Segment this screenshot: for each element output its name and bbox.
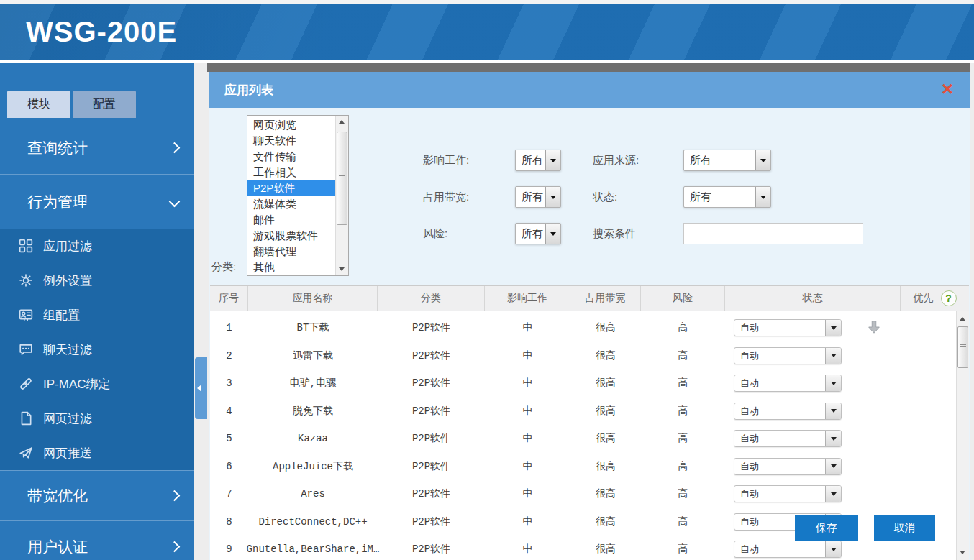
sidebar-group-bandwidth[interactable]: 带宽优化: [0, 470, 194, 520]
cell-category: P2P软件: [378, 432, 485, 445]
sidebar-collapse-handle[interactable]: [195, 357, 207, 419]
bandwidth-filter-label: 占用带宽:: [423, 186, 469, 208]
save-button[interactable]: 保存: [795, 515, 858, 541]
gear-icon: [19, 273, 35, 288]
select-value: 所有: [516, 150, 545, 170]
dropdown-arrow-icon: [825, 431, 841, 446]
scroll-down-button[interactable]: [957, 546, 968, 559]
help-icon[interactable]: ?: [941, 290, 957, 306]
category-option[interactable]: 网页浏览: [247, 117, 336, 133]
select-value: 自动: [734, 375, 825, 391]
group-label: 查询统计: [27, 138, 88, 158]
cell-impact: 中: [485, 515, 570, 528]
sidebar-item-chat-filter[interactable]: 聊天过滤: [0, 332, 194, 367]
app-grid-icon: [19, 239, 35, 253]
cell-app-name: 迅雷下载: [248, 349, 378, 362]
scroll-down-button[interactable]: [336, 263, 347, 275]
category-option[interactable]: 聊天软件: [247, 133, 336, 149]
dropdown-arrow-icon: [825, 320, 841, 336]
scroll-up-button[interactable]: [336, 116, 347, 128]
row-status-select[interactable]: 自动: [734, 541, 842, 558]
cell-status: 自动: [725, 430, 901, 448]
table-scrollbar[interactable]: [956, 311, 969, 560]
risk-filter-select[interactable]: 所有: [515, 223, 561, 244]
app-header: WSG-200E: [0, 4, 974, 60]
row-status-select[interactable]: 自动: [734, 375, 842, 392]
category-option[interactable]: 流媒体类: [247, 196, 336, 212]
scroll-up-button[interactable]: [957, 313, 968, 325]
category-option[interactable]: 其他: [247, 260, 336, 275]
sidebar-group-query-stats[interactable]: 查询统计: [0, 121, 194, 174]
sidebar-item-group-config[interactable]: 组配置: [0, 298, 194, 332]
cell-bandwidth: 很高: [570, 543, 641, 556]
tab-modules[interactable]: 模块: [7, 91, 70, 118]
sidebar-group-behavior-mgmt[interactable]: 行为管理: [0, 174, 194, 229]
col-header-name: 应用名称: [248, 286, 378, 311]
listbox-scrollbar[interactable]: [335, 116, 348, 275]
source-filter-label: 应用来源:: [593, 150, 639, 171]
category-label: 分类:: [211, 260, 236, 274]
cell-app-name: 电驴,电骡: [248, 377, 378, 390]
source-filter-select[interactable]: 所有: [683, 150, 771, 171]
row-status-select[interactable]: 自动: [734, 485, 842, 502]
cell-impact: 中: [485, 460, 570, 473]
sidebar-item-exceptions[interactable]: 例外设置: [0, 263, 194, 298]
category-listbox[interactable]: 网页浏览 聊天软件 文件传输 工作相关 P2P软件 流媒体类 邮件 游戏股票软件…: [247, 115, 349, 276]
search-input[interactable]: [683, 223, 863, 244]
cell-status: 自动: [725, 457, 901, 475]
sidebar-item-web-push[interactable]: 网页推送: [0, 436, 194, 470]
category-option[interactable]: 工作相关: [247, 165, 336, 180]
table-row: 5 Kazaa P2P软件 中 很高 高 自动: [210, 425, 969, 453]
sidebar-item-app-filter[interactable]: 应用过滤: [0, 229, 194, 263]
col-header-bandwidth: 占用带宽: [570, 286, 641, 311]
cell-app-name: AppleJuice下载: [248, 460, 378, 473]
status-filter-select[interactable]: 所有: [683, 186, 771, 208]
dropdown-arrow-icon: [545, 224, 560, 244]
sidebar-item-ip-mac-binding[interactable]: IP-MAC绑定: [0, 367, 194, 401]
table-header-row: 序号 应用名称 分类 影响工作 占用带宽 风险 状态 优先 ?: [210, 285, 969, 311]
priority-down-arrow-icon[interactable]: [866, 319, 882, 337]
cell-impact: 中: [485, 321, 570, 334]
category-option[interactable]: 游戏股票软件: [247, 228, 336, 244]
cell-risk: 高: [641, 543, 725, 556]
category-option[interactable]: 邮件: [247, 212, 336, 228]
cell-app-name: DirectConnect,DC++: [248, 516, 378, 528]
row-status-select[interactable]: 自动: [734, 403, 842, 420]
cell-status: 自动: [725, 375, 901, 393]
row-status-select[interactable]: 自动: [734, 319, 842, 336]
cell-category: P2P软件: [378, 460, 485, 473]
sidebar-item-label: 例外设置: [43, 272, 92, 289]
row-status-select[interactable]: 自动: [734, 347, 842, 364]
category-option[interactable]: 文件传输: [247, 149, 336, 165]
dropdown-arrow-icon: [545, 187, 560, 207]
cell-no: 2: [210, 350, 248, 362]
impact-filter-select[interactable]: 所有: [515, 150, 561, 171]
category-option[interactable]: P2P软件: [247, 180, 336, 196]
cell-no: 3: [210, 377, 248, 389]
sidebar-item-web-filter[interactable]: 网页过滤: [0, 401, 194, 436]
select-value: 所有: [684, 187, 755, 207]
listbox-scrollbar-thumb[interactable]: [337, 132, 347, 225]
bandwidth-filter-select[interactable]: 所有: [515, 186, 561, 208]
status-filter-label: 状态:: [593, 186, 617, 208]
cell-bandwidth: 很高: [570, 321, 641, 334]
cell-no: 6: [210, 461, 248, 472]
close-icon[interactable]: ×: [936, 78, 959, 101]
cell-risk: 高: [641, 432, 725, 445]
row-status-select[interactable]: 自动: [734, 430, 842, 447]
select-value: 自动: [734, 459, 825, 474]
row-status-select[interactable]: 自动: [734, 458, 842, 475]
dropdown-arrow-icon: [825, 486, 841, 502]
group-label: 带宽优化: [27, 486, 88, 506]
table-scrollbar-thumb[interactable]: [957, 326, 968, 368]
tab-config[interactable]: 配置: [73, 91, 136, 118]
cell-impact: 中: [485, 487, 570, 500]
cell-bandwidth: 很高: [570, 405, 641, 418]
wsg-200e-screen: { "app": { "title": "WSG-200E" }, "color…: [0, 0, 974, 560]
cell-category: P2P软件: [378, 487, 485, 500]
cell-bandwidth: 很高: [570, 487, 641, 500]
select-value: 自动: [734, 486, 825, 502]
cancel-button[interactable]: 取消: [874, 515, 935, 541]
category-option[interactable]: 翻墙代理: [247, 244, 336, 260]
sidebar-group-user-auth[interactable]: 用户认证: [0, 520, 194, 560]
